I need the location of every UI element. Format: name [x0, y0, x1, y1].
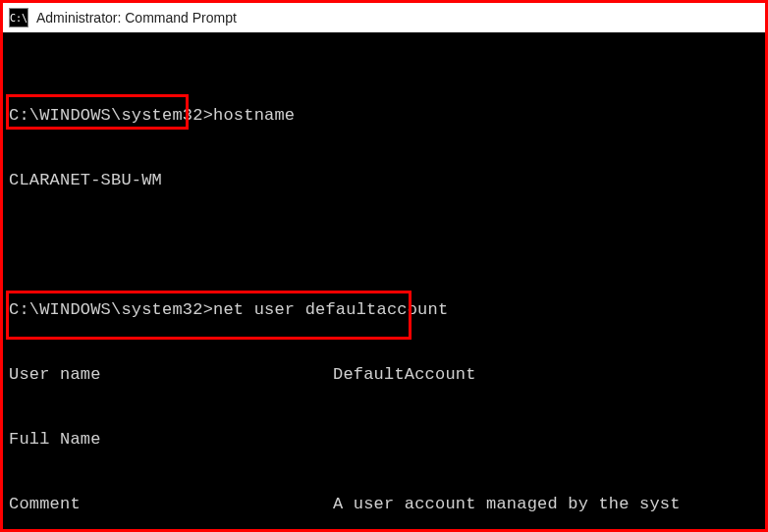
kv-full-name: Full Name — [9, 429, 765, 451]
hostname-output: CLARANET-SBU-WM — [9, 170, 765, 191]
cmd-icon: C:\ — [9, 8, 28, 27]
titlebar[interactable]: C:\ Administrator: Command Prompt — [3, 3, 765, 33]
blank-line — [9, 235, 765, 256]
terminal-output[interactable]: C:\WINDOWS\system32>hostname CLARANET-SB… — [3, 32, 765, 529]
prompt-line: C:\WINDOWS\system32>hostname — [9, 105, 765, 127]
window-frame: C:\ Administrator: Command Prompt C:\WIN… — [0, 0, 768, 532]
kv-user-name: User nameDefaultAccount — [9, 364, 765, 386]
window-title: Administrator: Command Prompt — [36, 10, 237, 26]
prompt-line: C:\WINDOWS\system32>net user defaultacco… — [9, 299, 765, 321]
kv-comment: CommentA user account managed by the sys… — [9, 494, 765, 515]
